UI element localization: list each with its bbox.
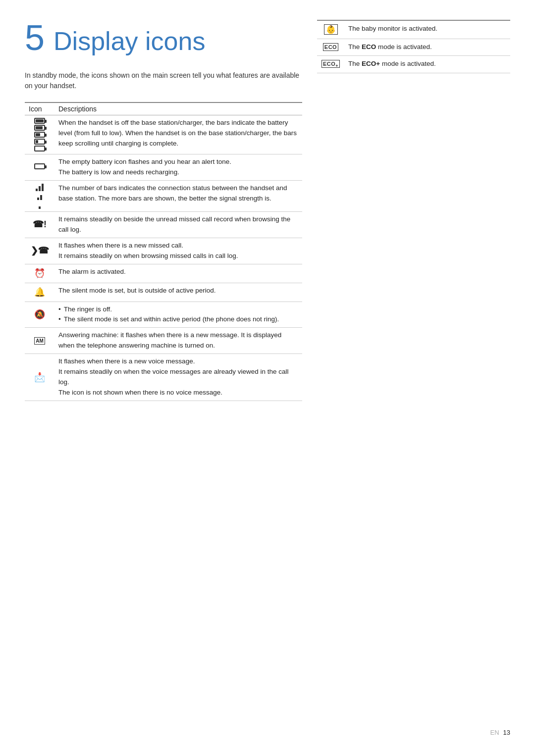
table-row: 📩 It flashes when there is a new voice m… bbox=[25, 354, 302, 401]
battery-empty-desc: The empty battery icon flashes and you h… bbox=[58, 158, 231, 176]
battery-empty-icon bbox=[34, 163, 45, 169]
missed-call-steady-desc: It remains steadily on beside the unread… bbox=[58, 215, 290, 233]
table-row: AM Answering machine: it flashes when th… bbox=[25, 328, 302, 354]
icon-cell bbox=[25, 154, 54, 181]
left-column: 5 Display icons In standby mode, the ico… bbox=[25, 20, 302, 726]
battery-charging-icon bbox=[34, 146, 45, 151]
missed-call-flash-desc: It flashes when there is a new missed ca… bbox=[58, 242, 238, 259]
chapter-title: 5 Display icons bbox=[25, 20, 302, 55]
col-header-desc: Descriptions bbox=[54, 102, 302, 115]
silent-outside-desc: The silent mode is set, but is outside o… bbox=[58, 287, 215, 294]
table-row: 🔕 The ringer is off. The silent mode is … bbox=[25, 302, 302, 328]
right-column: 👶 The baby monitor is activated. ECO The… bbox=[317, 20, 510, 726]
icon-cell: 📩 bbox=[25, 354, 54, 401]
table-row: ☎! It remains steadily on beside the unr… bbox=[25, 211, 302, 238]
chapter-name: Display icons bbox=[54, 28, 205, 54]
icon-table: Icon Descriptions bbox=[25, 102, 302, 401]
table-row: The empty battery icon flashes and you h… bbox=[25, 154, 302, 181]
silent-outside-icon: 🔔 bbox=[34, 287, 45, 297]
voice-message-icon: 📩 bbox=[34, 372, 45, 382]
voice-message-desc: It flashes when there is a new voice mes… bbox=[58, 357, 289, 396]
desc-cell: The silent mode is set, but is outside o… bbox=[54, 283, 302, 302]
table-row: ⏰ The alarm is activated. bbox=[25, 264, 302, 283]
bullet-silent-active: The silent mode is set and within active… bbox=[58, 314, 298, 325]
table-row: 🔔 The silent mode is set, but is outside… bbox=[25, 283, 302, 302]
desc-cell: The ringer is off. The silent mode is se… bbox=[54, 302, 302, 328]
desc-cell: It remains steadily on beside the unread… bbox=[54, 211, 302, 238]
desc-cell: The ECO+ mode is activated. bbox=[344, 55, 510, 73]
battery-50-icon bbox=[34, 132, 45, 138]
table-row: When the handset is off the base station… bbox=[25, 115, 302, 154]
signal-1bar-icon bbox=[39, 201, 41, 209]
signal-3bar-icon bbox=[36, 183, 44, 191]
battery-group-desc: When the handset is off the base station… bbox=[58, 119, 297, 147]
footer-lang: EN bbox=[490, 729, 499, 736]
alarm-icon: ⏰ bbox=[34, 268, 45, 278]
icon-cell: ☎! bbox=[25, 211, 54, 238]
icon-cell: 🔔 bbox=[25, 283, 54, 302]
desc-cell: When the handset is off the base station… bbox=[54, 115, 302, 154]
battery-group-icon bbox=[29, 118, 51, 151]
battery-25-icon bbox=[34, 139, 45, 145]
chapter-number: 5 bbox=[25, 20, 45, 55]
desc-cell: The number of bars indicates the connect… bbox=[54, 180, 302, 211]
bullet-ringer-off: The ringer is off. bbox=[58, 304, 298, 315]
right-icon-table: 👶 The baby monitor is activated. ECO The… bbox=[317, 20, 510, 73]
baby-monitor-desc: The baby monitor is activated. bbox=[348, 25, 437, 32]
icon-cell: ☎❮ bbox=[25, 238, 54, 264]
icon-cell: AM bbox=[25, 328, 54, 354]
baby-monitor-icon: 👶 bbox=[324, 24, 338, 35]
alarm-desc: The alarm is activated. bbox=[58, 268, 126, 275]
signal-bars-group bbox=[29, 183, 51, 209]
desc-cell: It flashes when there is a new voice mes… bbox=[54, 354, 302, 401]
desc-cell: The empty battery icon flashes and you h… bbox=[54, 154, 302, 181]
desc-cell: The alarm is activated. bbox=[54, 264, 302, 283]
footer-page: 13 bbox=[503, 729, 510, 736]
table-row: 👶 The baby monitor is activated. bbox=[317, 20, 510, 39]
desc-cell: Answering machine: it flashes when there… bbox=[54, 328, 302, 354]
table-row: ECO The ECO mode is activated. bbox=[317, 39, 510, 56]
answering-machine-icon: AM bbox=[34, 337, 45, 345]
missed-call-steady-icon: ☎! bbox=[33, 219, 47, 229]
silent-active-icon: 🔕 bbox=[34, 309, 45, 319]
icon-cell bbox=[25, 115, 54, 154]
icon-cell: 👶 bbox=[317, 20, 344, 39]
icon-cell: ECO+ bbox=[317, 55, 344, 73]
signal-bars-desc: The number of bars indicates the connect… bbox=[58, 184, 287, 202]
signal-2bar-icon bbox=[37, 192, 42, 200]
icon-cell: ECO bbox=[317, 39, 344, 56]
eco-plus-desc: The ECO+ mode is activated. bbox=[348, 60, 436, 67]
desc-cell: The baby monitor is activated. bbox=[344, 20, 510, 39]
battery-75-icon bbox=[34, 125, 45, 131]
missed-call-flash-icon: ☎❮ bbox=[31, 244, 49, 257]
icon-cell: ⏰ bbox=[25, 264, 54, 283]
answering-machine-desc: Answering machine: it flashes when there… bbox=[58, 331, 281, 349]
eco-desc: The ECO mode is activated. bbox=[348, 43, 432, 50]
battery-full-icon bbox=[34, 118, 45, 124]
icon-cell: 🔕 bbox=[25, 302, 54, 328]
silent-active-desc: The ringer is off. The silent mode is se… bbox=[58, 304, 298, 325]
icon-cell bbox=[25, 180, 54, 211]
desc-cell: It flashes when there is a new missed ca… bbox=[54, 238, 302, 264]
table-row: The number of bars indicates the connect… bbox=[25, 180, 302, 211]
eco-icon: ECO bbox=[323, 43, 338, 51]
col-header-icon: Icon bbox=[25, 102, 54, 115]
table-row: ☎❮ It flashes when there is a new missed… bbox=[25, 238, 302, 264]
desc-cell: The ECO mode is activated. bbox=[344, 39, 510, 56]
page-footer: EN 13 bbox=[490, 729, 510, 736]
table-row: ECO+ The ECO+ mode is activated. bbox=[317, 55, 510, 73]
intro-text: In standby mode, the icons shown on the … bbox=[25, 70, 302, 91]
eco-plus-icon: ECO+ bbox=[321, 60, 340, 68]
